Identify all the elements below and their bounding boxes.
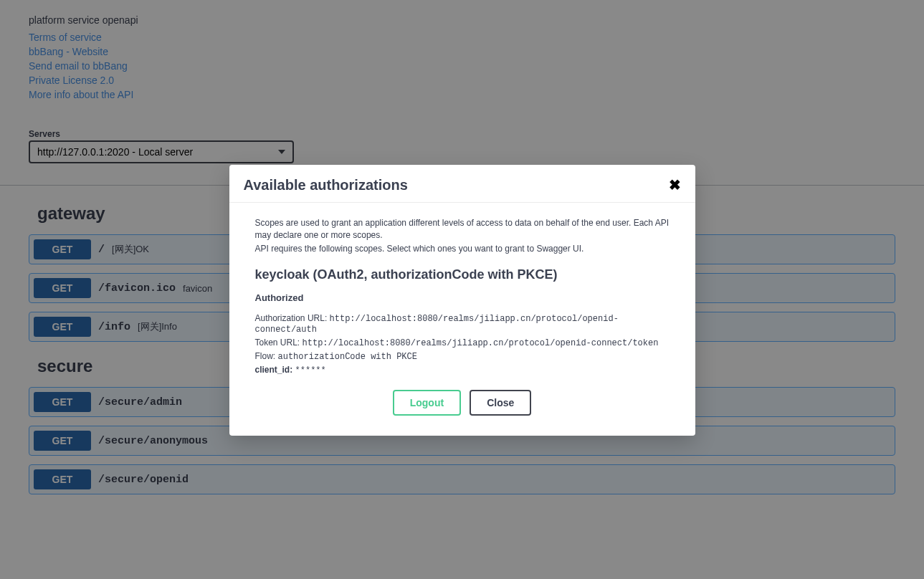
scope-text-2: API requires the following scopes. Selec…: [255, 243, 670, 255]
client-id-row: client_id: ******: [255, 365, 670, 375]
auth-modal: Available authorizations ✖ Scopes are us…: [229, 165, 695, 436]
modal-header: Available authorizations ✖: [229, 165, 695, 203]
modal-actions: Logout Close: [255, 390, 670, 416]
client-id-label: client_id:: [255, 365, 293, 375]
flow-label: Flow:: [255, 351, 276, 361]
flow-row: Flow: authorizationCode with PKCE: [255, 351, 670, 362]
auth-scheme-title: keycloak (OAuth2, authorizationCode with…: [255, 267, 670, 282]
close-icon[interactable]: ✖: [669, 176, 681, 193]
scope-text-1: Scopes are used to grant an application …: [255, 217, 670, 241]
token-url-value: http://localhost:8080/realms/jiliapp.cn/…: [303, 338, 659, 348]
authorized-label: Authorized: [255, 292, 670, 303]
token-url-label: Token URL:: [255, 338, 300, 348]
logout-button[interactable]: Logout: [393, 390, 461, 416]
modal-body: Scopes are used to grant an application …: [229, 203, 695, 436]
auth-url-label: Authorization URL:: [255, 313, 328, 323]
close-button[interactable]: Close: [470, 390, 531, 416]
token-url-row: Token URL: http://localhost:8080/realms/…: [255, 338, 670, 348]
modal-title: Available authorizations: [244, 177, 408, 193]
auth-url-row: Authorization URL: http://localhost:8080…: [255, 313, 670, 335]
flow-value: authorizationCode with PKCE: [278, 352, 417, 362]
client-id-value: ******: [295, 365, 326, 375]
